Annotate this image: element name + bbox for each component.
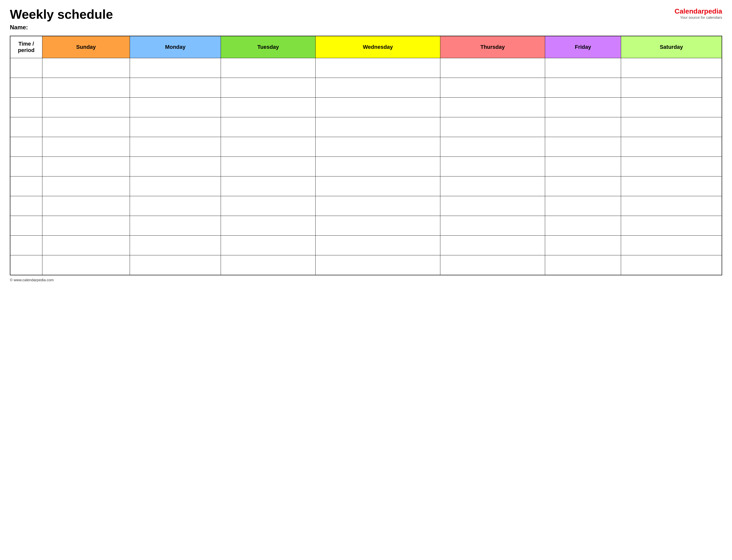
cell-saturday-row9[interactable] [621, 236, 722, 255]
cell-saturday-row8[interactable] [621, 216, 722, 236]
cell-sunday-row8[interactable] [42, 216, 130, 236]
table-row [10, 78, 722, 98]
cell-tuesday-row5[interactable] [221, 157, 316, 176]
cell-friday-row3[interactable] [545, 117, 621, 137]
logo-brand-red: pedia [704, 7, 722, 15]
cell-thursday-row7[interactable] [440, 196, 545, 216]
cell-sunday-row6[interactable] [42, 176, 130, 196]
cell-sunday-row1[interactable] [42, 78, 130, 98]
cell-wednesday-row8[interactable] [316, 216, 440, 236]
cell-monday-row4[interactable] [130, 137, 221, 157]
cell-thursday-row0[interactable] [440, 58, 545, 78]
cell-wednesday-row7[interactable] [316, 196, 440, 216]
cell-monday-row1[interactable] [130, 78, 221, 98]
cell-monday-row5[interactable] [130, 157, 221, 176]
cell-thursday-row8[interactable] [440, 216, 545, 236]
cell-thursday-row4[interactable] [440, 137, 545, 157]
cell-sunday-row0[interactable] [42, 58, 130, 78]
cell-monday-row2[interactable] [130, 98, 221, 117]
cell-time-row8[interactable] [10, 216, 42, 236]
table-row [10, 196, 722, 216]
cell-time-row2[interactable] [10, 98, 42, 117]
cell-saturday-row1[interactable] [621, 78, 722, 98]
cell-saturday-row4[interactable] [621, 137, 722, 157]
cell-thursday-row9[interactable] [440, 236, 545, 255]
cell-tuesday-row6[interactable] [221, 176, 316, 196]
cell-wednesday-row4[interactable] [316, 137, 440, 157]
logo: Calendarpedia Your source for calendars [675, 7, 722, 19]
cell-friday-row10[interactable] [545, 255, 621, 275]
col-header-friday: Friday [545, 36, 621, 58]
cell-wednesday-row0[interactable] [316, 58, 440, 78]
cell-friday-row9[interactable] [545, 236, 621, 255]
cell-friday-row4[interactable] [545, 137, 621, 157]
cell-friday-row0[interactable] [545, 58, 621, 78]
cell-saturday-row3[interactable] [621, 117, 722, 137]
cell-tuesday-row0[interactable] [221, 58, 316, 78]
cell-time-row6[interactable] [10, 176, 42, 196]
cell-saturday-row0[interactable] [621, 58, 722, 78]
table-row [10, 176, 722, 196]
cell-wednesday-row1[interactable] [316, 78, 440, 98]
cell-friday-row5[interactable] [545, 157, 621, 176]
cell-sunday-row7[interactable] [42, 196, 130, 216]
cell-wednesday-row5[interactable] [316, 157, 440, 176]
logo-brand: Calendar [675, 7, 704, 15]
cell-saturday-row2[interactable] [621, 98, 722, 117]
cell-time-row7[interactable] [10, 196, 42, 216]
cell-time-row10[interactable] [10, 255, 42, 275]
cell-sunday-row4[interactable] [42, 137, 130, 157]
cell-wednesday-row6[interactable] [316, 176, 440, 196]
cell-saturday-row10[interactable] [621, 255, 722, 275]
header-row: Time / period Sunday Monday Tuesday Wedn… [10, 36, 722, 58]
cell-tuesday-row2[interactable] [221, 98, 316, 117]
cell-tuesday-row9[interactable] [221, 236, 316, 255]
cell-tuesday-row7[interactable] [221, 196, 316, 216]
cell-sunday-row10[interactable] [42, 255, 130, 275]
cell-friday-row1[interactable] [545, 78, 621, 98]
cell-tuesday-row8[interactable] [221, 216, 316, 236]
cell-tuesday-row10[interactable] [221, 255, 316, 275]
cell-monday-row10[interactable] [130, 255, 221, 275]
cell-saturday-row6[interactable] [621, 176, 722, 196]
cell-thursday-row2[interactable] [440, 98, 545, 117]
cell-sunday-row9[interactable] [42, 236, 130, 255]
cell-thursday-row3[interactable] [440, 117, 545, 137]
cell-time-row4[interactable] [10, 137, 42, 157]
cell-friday-row2[interactable] [545, 98, 621, 117]
cell-time-row5[interactable] [10, 157, 42, 176]
cell-friday-row8[interactable] [545, 216, 621, 236]
cell-time-row9[interactable] [10, 236, 42, 255]
table-row [10, 216, 722, 236]
cell-monday-row9[interactable] [130, 236, 221, 255]
cell-thursday-row5[interactable] [440, 157, 545, 176]
cell-wednesday-row9[interactable] [316, 236, 440, 255]
cell-wednesday-row10[interactable] [316, 255, 440, 275]
cell-sunday-row2[interactable] [42, 98, 130, 117]
cell-thursday-row10[interactable] [440, 255, 545, 275]
cell-tuesday-row1[interactable] [221, 78, 316, 98]
cell-monday-row3[interactable] [130, 117, 221, 137]
table-row [10, 157, 722, 176]
cell-time-row0[interactable] [10, 58, 42, 78]
cell-time-row3[interactable] [10, 117, 42, 137]
cell-time-row1[interactable] [10, 78, 42, 98]
cell-wednesday-row3[interactable] [316, 117, 440, 137]
col-header-sunday: Sunday [42, 36, 130, 58]
cell-saturday-row7[interactable] [621, 196, 722, 216]
table-row [10, 137, 722, 157]
cell-monday-row7[interactable] [130, 196, 221, 216]
cell-friday-row7[interactable] [545, 196, 621, 216]
cell-saturday-row5[interactable] [621, 157, 722, 176]
cell-sunday-row5[interactable] [42, 157, 130, 176]
cell-monday-row8[interactable] [130, 216, 221, 236]
cell-monday-row0[interactable] [130, 58, 221, 78]
cell-tuesday-row3[interactable] [221, 117, 316, 137]
cell-thursday-row6[interactable] [440, 176, 545, 196]
cell-tuesday-row4[interactable] [221, 137, 316, 157]
cell-wednesday-row2[interactable] [316, 98, 440, 117]
cell-friday-row6[interactable] [545, 176, 621, 196]
cell-thursday-row1[interactable] [440, 78, 545, 98]
cell-sunday-row3[interactable] [42, 117, 130, 137]
cell-monday-row6[interactable] [130, 176, 221, 196]
